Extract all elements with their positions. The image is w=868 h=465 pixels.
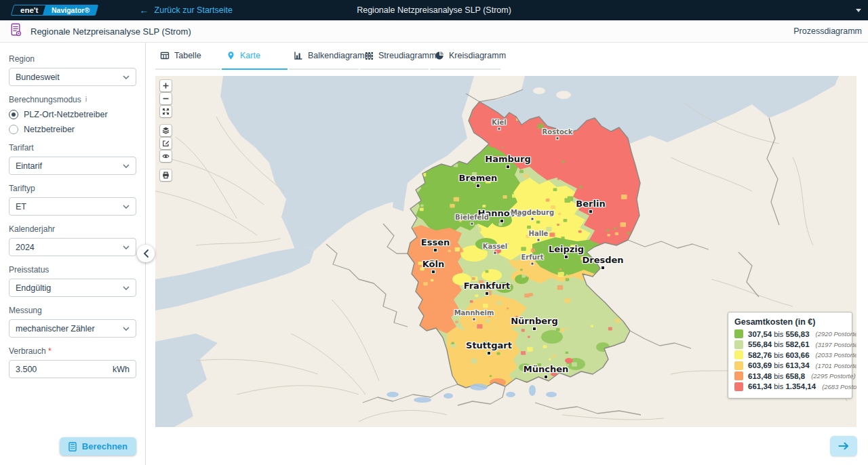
pie-chart-icon (435, 51, 444, 60)
map-legend: Gesamtkosten (in €) 307,54 bis 556,83 (2… (728, 312, 852, 399)
tarifart-value: Eintarif (16, 161, 42, 171)
radio-label: Netzbetreiber (24, 125, 75, 134)
tarifart-label: Tarifart (9, 143, 136, 153)
tab-label: Tabelle (174, 51, 201, 60)
kalenderjahr-select[interactable]: 2024 (9, 238, 136, 256)
messung-value: mechanischer Zähler (16, 324, 95, 333)
map-pin-icon (226, 51, 235, 60)
preisstatus-select[interactable]: Endgültig (9, 279, 136, 297)
tab-kreisdiagramm[interactable]: Kreisdiagramm (430, 43, 500, 70)
radio-button[interactable] (9, 125, 18, 134)
tab-karte[interactable]: Karte (222, 43, 288, 70)
map-controls (160, 80, 172, 188)
preisstatus-value: Endgültig (16, 283, 51, 293)
required-asterisk: * (48, 346, 52, 356)
next-step-button[interactable] (830, 436, 857, 456)
legend-count: (2295 Postorte) (811, 372, 855, 380)
verbrauch-value: 3.500 (16, 365, 37, 374)
chevron-left-icon (143, 249, 149, 258)
radio-label: PLZ-Ort-Netzbetreiber (24, 110, 108, 119)
legend-entry: 613,48 bis 658,8 (2295 Postorte) (734, 371, 846, 380)
report-document-icon (9, 23, 22, 39)
map-canvas[interactable]: HamburgBremenBerlinHannoverEssenKölnLeip… (155, 76, 856, 427)
legend-entry: 661,34 bis 1.354,14 (2683 Postorte) (734, 382, 846, 391)
legend-swatch (734, 382, 743, 391)
calculate-button[interactable]: Berechnen (60, 437, 136, 456)
process-diagram-link[interactable]: Prozessdiagramm (793, 26, 862, 36)
bar-chart-icon (294, 51, 303, 60)
visibility-button[interactable] (160, 150, 172, 162)
legend-count: (2920 Postorte) (816, 330, 856, 338)
zoom-in-button[interactable] (160, 80, 172, 92)
zoom-out-button[interactable] (160, 93, 172, 104)
chevron-down-icon[interactable] (856, 9, 861, 12)
print-button[interactable] (160, 169, 172, 181)
view-tabs: Tabelle Karte Balkendiagramm (155, 43, 868, 70)
legend-entry: 556,84 bis 582,61 (3197 Postorte) (734, 340, 846, 349)
legend-swatch (734, 350, 743, 359)
legend-swatch (734, 361, 743, 370)
arrow-right-icon (838, 442, 849, 450)
tariftyp-label: Tariftyp (9, 184, 136, 193)
fullscreen-button[interactable] (160, 106, 172, 117)
region-value: Bundesweit (16, 73, 60, 82)
region-select[interactable]: Bundesweit (9, 68, 136, 86)
filter-sidebar: Region Bundesweit Berechnungsmodus i PLZ… (0, 43, 146, 465)
radio-netzbetreiber[interactable]: Netzbetreiber (9, 125, 136, 134)
mode-label: Berechnungsmodus i (9, 95, 136, 104)
legend-count: (2033 Postorte) (816, 351, 856, 359)
edit-button[interactable] (160, 138, 172, 149)
tab-balkendiagramm[interactable]: Balkendiagramm (289, 43, 359, 70)
legend-entry: 582,76 bis 603,66 (2033 Postorte) (734, 350, 846, 359)
back-to-start-link[interactable]: ← Zurück zur Startseite (140, 5, 233, 16)
top-navigation-bar: ene't Navigator® ← Zurück zur Startseite… (0, 0, 868, 20)
legend-count: (2683 Postorte) (822, 383, 856, 390)
verbrauch-label: Verbrauch * (9, 346, 136, 356)
page-header: Regionale Netzpreisanalyse SLP (Strom) P… (0, 20, 868, 43)
info-icon[interactable]: i (85, 95, 87, 104)
legend-swatch (734, 329, 743, 338)
enet-navigator-logo: ene't Navigator® (12, 5, 98, 16)
back-link-label: Zurück zur Startseite (155, 5, 233, 15)
legend-title: Gesamtkosten (in €) (734, 317, 846, 327)
region-label: Region (9, 54, 136, 64)
verbrauch-input[interactable]: 3.500 kWh (9, 360, 136, 378)
legend-count: (1701 Postorte) (816, 362, 856, 369)
calculate-label: Berechnen (82, 441, 127, 451)
radio-plz-ort-netzbetreiber[interactable]: PLZ-Ort-Netzbetreiber (9, 110, 136, 119)
legend-entry: 603,69 bis 613,34 (1701 Postorte) (734, 361, 846, 370)
app-title: Regionale Netzpreisanalyse SLP (Strom) (357, 5, 511, 15)
legend-swatch (734, 371, 743, 380)
legend-count: (3197 Postorte) (816, 341, 856, 348)
tarifart-select[interactable]: Eintarif (9, 157, 136, 175)
tab-streudiagramm[interactable]: Streudiagramm (360, 43, 429, 70)
tab-label: Kreisdiagramm (449, 51, 506, 60)
preisstatus-label: Preisstatus (9, 265, 136, 275)
main-content: Tabelle Karte Balkendiagramm (146, 43, 868, 465)
legend-swatch (734, 340, 743, 349)
verbrauch-unit: kWh (113, 365, 130, 374)
scatter-plot-icon (365, 52, 374, 60)
table-icon (160, 51, 170, 60)
tariftyp-value: ET (16, 202, 26, 211)
tab-label: Streudiagramm (378, 51, 436, 60)
messung-label: Messung (9, 306, 136, 315)
messung-select[interactable]: mechanischer Zähler (9, 319, 136, 338)
calculator-icon (68, 442, 77, 451)
tab-label: Karte (240, 51, 260, 60)
kalenderjahr-value: 2024 (16, 243, 35, 252)
tariftyp-select[interactable]: ET (9, 197, 136, 216)
page-title: Regionale Netzpreisanalyse SLP (Strom) (31, 26, 191, 37)
radio-button[interactable] (9, 110, 18, 119)
logo-navigator: Navigator® (43, 5, 99, 16)
kalenderjahr-label: Kalenderjahr (9, 224, 136, 234)
legend-entry: 307,54 bis 556,83 (2920 Postorte) (734, 329, 846, 338)
tab-tabelle[interactable]: Tabelle (155, 43, 220, 70)
back-arrow-icon: ← (140, 5, 149, 16)
sidebar-collapse-button[interactable] (137, 245, 155, 262)
layers-button[interactable] (160, 125, 172, 136)
